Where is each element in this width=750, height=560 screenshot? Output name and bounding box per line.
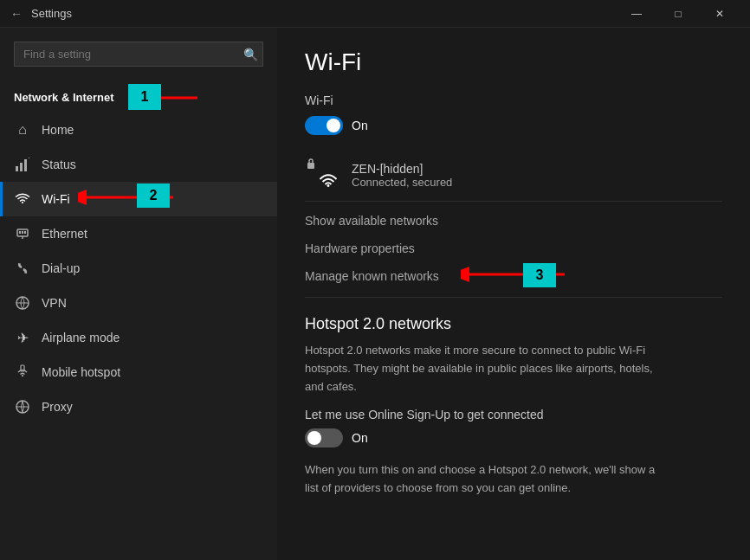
divider: [305, 297, 722, 298]
hardware-properties-link[interactable]: Hardware properties: [305, 235, 722, 262]
hotspot-description: Hotspot 2.0 networks make it more secure…: [305, 342, 669, 396]
hotspot-footnote: When you turn this on and choose a Hotsp…: [305, 461, 669, 498]
sidebar-item-airplane-label: Airplane mode: [42, 331, 120, 344]
manage-networks-link[interactable]: Manage known networks: [305, 262, 439, 290]
hotspot-toggle-label-text: Let me use Online Sign-Up to get connect…: [305, 408, 722, 422]
sidebar-item-status[interactable]: Status: [0, 147, 277, 182]
maximize-button[interactable]: □: [658, 0, 698, 28]
show-networks-link[interactable]: Show available networks: [305, 207, 722, 235]
annotation-3: 3: [523, 263, 556, 287]
svg-rect-5: [29, 158, 29, 158]
manage-networks-row: Manage known networks 3: [305, 262, 722, 290]
svg-rect-2: [16, 166, 18, 171]
sidebar: 🔍 Network & Internet 1 ⌂ Home: [0, 28, 277, 560]
titlebar: ← Settings — □ ✕: [0, 0, 750, 28]
hotspot-toggle-row: On: [305, 428, 722, 447]
search-container: 🔍: [14, 42, 263, 67]
network-row: ZEN-[hidden] Connected, secured: [305, 149, 722, 202]
main-layout: 🔍 Network & Internet 1 ⌂ Home: [0, 28, 750, 560]
window-controls: — □ ✕: [617, 0, 740, 28]
sidebar-item-dialup[interactable]: Dial-up: [0, 251, 277, 286]
search-input[interactable]: [14, 42, 263, 67]
svg-rect-9: [19, 231, 21, 234]
sidebar-item-vpn[interactable]: VPN: [0, 286, 277, 320]
content-area: Wi-Fi Wi-Fi On: [277, 28, 750, 560]
proxy-icon: [14, 398, 31, 415]
home-icon: ⌂: [14, 121, 31, 138]
hotspot-heading: Hotspot 2.0 networks: [305, 315, 722, 333]
sidebar-item-wifi[interactable]: Wi-Fi 2: [0, 182, 277, 216]
lock-icon: [305, 158, 317, 170]
network-name: ZEN-[hidden]: [352, 162, 452, 176]
sidebar-item-wifi-label: Wi-Fi: [42, 192, 70, 206]
sidebar-item-ethernet-label: Ethernet: [42, 227, 87, 241]
sidebar-item-mobile-hotspot[interactable]: Mobile hotspot: [0, 355, 277, 389]
ethernet-icon: [14, 225, 31, 242]
sidebar-item-proxy-label: Proxy: [42, 400, 73, 414]
section-title-row: Network & Internet 1: [0, 82, 277, 113]
sidebar-item-airplane[interactable]: ✈ Airplane mode: [0, 320, 277, 355]
wifi-toggle-row: On: [305, 116, 722, 135]
wifi-icon: [14, 190, 31, 208]
dialup-icon: [14, 260, 31, 277]
mobile-hotspot-icon: [14, 364, 31, 381]
airplane-icon: ✈: [14, 329, 31, 346]
sidebar-item-status-label: Status: [42, 158, 76, 171]
sidebar-item-vpn-label: VPN: [42, 296, 67, 310]
wifi-toggle-label: On: [352, 119, 368, 132]
arrow-3: [461, 264, 573, 285]
wifi-toggle[interactable]: [305, 116, 343, 135]
svg-rect-18: [307, 163, 314, 169]
sidebar-item-home-label: Home: [42, 123, 74, 137]
sidebar-item-proxy[interactable]: Proxy: [0, 389, 277, 424]
sidebar-item-dialup-label: Dial-up: [42, 261, 80, 275]
annotation-2: 2: [137, 183, 170, 208]
network-info: ZEN-[hidden] Connected, secured: [352, 162, 452, 189]
network-status: Connected, secured: [352, 176, 452, 189]
svg-rect-3: [20, 163, 23, 171]
status-icon: [14, 156, 31, 173]
svg-rect-11: [24, 231, 26, 234]
annotation-1: 1: [128, 84, 161, 110]
wifi-signal-icon: [317, 170, 339, 192]
svg-rect-10: [22, 231, 23, 234]
wifi-label: Wi-Fi: [305, 93, 722, 107]
svg-rect-4: [24, 159, 27, 171]
hotspot-toggle[interactable]: [305, 428, 343, 447]
hotspot-toggle-on-label: On: [352, 431, 368, 445]
sidebar-section-title: Network & Internet: [0, 82, 128, 113]
network-icon-container: [305, 158, 339, 192]
titlebar-title: Settings: [31, 7, 72, 20]
sidebar-item-ethernet[interactable]: Ethernet: [0, 216, 277, 251]
sidebar-header: 🔍: [0, 28, 277, 82]
minimize-button[interactable]: —: [617, 0, 656, 28]
back-button[interactable]: ←: [10, 7, 23, 21]
page-title: Wi-Fi: [305, 48, 722, 76]
close-button[interactable]: ✕: [700, 0, 740, 28]
vpn-icon: [14, 294, 31, 312]
search-icon: 🔍: [243, 48, 258, 61]
sidebar-item-home[interactable]: ⌂ Home: [0, 113, 277, 147]
sidebar-item-hotspot-label: Mobile hotspot: [42, 365, 120, 379]
